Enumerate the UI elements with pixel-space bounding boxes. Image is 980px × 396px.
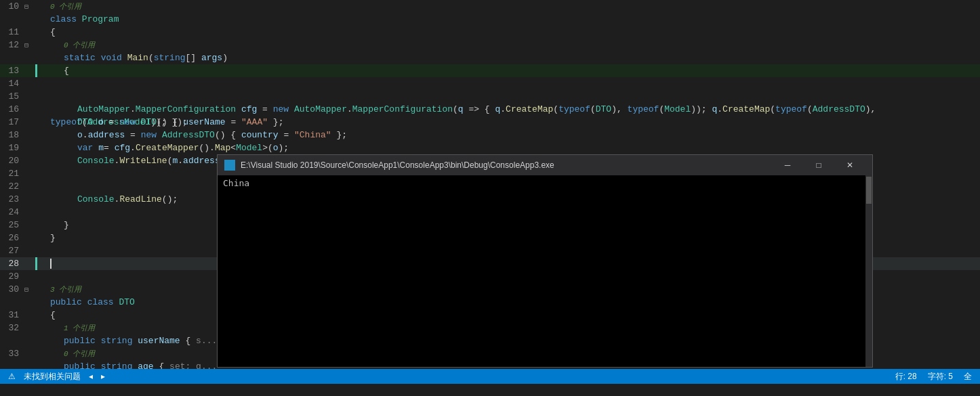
line-number: 26 (0, 232, 24, 244)
line-number: 21 (0, 167, 24, 180)
line-number: 19 (0, 141, 24, 154)
bp-indicator (35, 334, 49, 347)
line-number: 13 (0, 64, 24, 77)
status-full: 全 (961, 371, 975, 382)
fold-gutter (24, 180, 35, 193)
line-number (0, 51, 24, 64)
fold-gutter (24, 154, 35, 167)
keyword: class (50, 14, 77, 24)
code-editor: 10 ⊟ 0 个引用 class Program (0, 0, 980, 369)
console-scrollbar-thumb (866, 177, 872, 204)
fold-gutter (24, 116, 35, 129)
console-scrollbar[interactable] (865, 175, 872, 367)
bp-indicator (35, 90, 49, 103)
fold-gutter (24, 13, 35, 26)
table-row: 19 var m= cfg.CreateMapper().Map<Model>(… (0, 141, 980, 154)
bp-indicator (35, 244, 49, 257)
minimize-button[interactable]: ─ (772, 155, 803, 175)
bp-indicator (35, 206, 49, 219)
fold-gutter (24, 257, 35, 270)
bp-indicator (35, 39, 49, 51)
bp-indicator (35, 257, 49, 270)
fold-gutter[interactable]: ⊟ (24, 0, 35, 13)
bp-indicator (35, 180, 49, 193)
fold-gutter (24, 26, 35, 39)
fold-gutter (24, 90, 35, 103)
line-number: 24 (0, 206, 24, 219)
ref-text: 3 个引用 (50, 286, 81, 294)
bp-indicator (35, 64, 49, 77)
line-number (0, 296, 24, 309)
code-content: var m= cfg.CreateMapper().Map<Model>(o); (49, 141, 980, 154)
line-number: 22 (0, 180, 24, 193)
status-right: 行: 28 字符: 5 全 (893, 371, 975, 382)
bp-indicator (35, 219, 49, 232)
line-number: 15 (0, 90, 24, 103)
status-col: 字符: 5 (925, 371, 956, 382)
line-number: 12 (0, 39, 24, 51)
table-row: static void Main(string[] args) (0, 51, 980, 64)
fold-gutter (24, 334, 35, 347)
bp-indicator (35, 141, 49, 154)
code-content (49, 90, 980, 103)
bp-indicator (35, 167, 49, 180)
cursor (50, 259, 52, 269)
table-row: 14 (0, 77, 980, 90)
bp-indicator (35, 0, 49, 13)
maximize-button[interactable]: □ (803, 155, 834, 175)
line-number: 30 (0, 283, 24, 296)
keyword: string (154, 53, 186, 63)
bp-indicator (35, 283, 49, 296)
status-bar: ⚠ 未找到相关问题 ◂ ▸ 行: 28 字符: 5 全 (0, 369, 980, 384)
fold-gutter (24, 270, 35, 283)
line-number: 10 (0, 0, 24, 13)
table-row: class Program (0, 13, 980, 26)
status-nav-left[interactable]: ◂ (86, 372, 96, 381)
line-number (0, 13, 24, 26)
fold-gutter (24, 167, 35, 180)
fold-gutter (24, 77, 35, 90)
bp-indicator (35, 322, 49, 334)
code-content: o.address = new AddressDTO() { country =… (49, 129, 980, 141)
table-row: 10 ⊟ 0 个引用 (0, 0, 980, 13)
line-number: 27 (0, 244, 24, 257)
line-number: 16 (0, 103, 24, 116)
console-titlebar: E:\Visual Studio 2019\Source\ConsoleApp1… (218, 155, 872, 175)
line-number: 33 (0, 347, 24, 360)
ref-text: 0 个引用 (64, 41, 95, 49)
bp-indicator (35, 103, 49, 116)
fold-gutter (24, 219, 35, 232)
fold-gutter[interactable]: ⊟ (24, 39, 35, 51)
line-number (0, 334, 24, 347)
close-button[interactable]: ✕ (834, 155, 865, 175)
table-row: 15 (0, 90, 980, 103)
line-number: 28 (0, 257, 24, 270)
bp-indicator (35, 347, 49, 360)
bp-indicator (35, 232, 49, 244)
console-window-controls: ─ □ ✕ (772, 155, 865, 175)
console-output: China (218, 175, 865, 367)
table-row: 11 { (0, 26, 980, 39)
status-nav-right[interactable]: ▸ (98, 372, 108, 381)
fold-gutter (24, 232, 35, 244)
status-warning-text: 未找到相关问题 (21, 371, 83, 382)
fold-gutter (24, 347, 35, 360)
keyword: static (64, 53, 96, 63)
table-row: 16 AutoMapper.MapperConfiguration cfg = … (0, 103, 980, 116)
fold-gutter (24, 244, 35, 257)
fold-gutter (24, 360, 35, 369)
fold-gutter (24, 296, 35, 309)
bp-indicator (35, 296, 49, 309)
code-content: AutoMapper.MapperConfiguration cfg = new… (49, 103, 980, 116)
code-content: { (49, 26, 980, 39)
green-bar (35, 257, 37, 270)
ref-text: 1 个引用 (64, 324, 95, 332)
fold-gutter (24, 51, 35, 64)
ref-text: 0 个引用 (50, 3, 81, 11)
line-number: 20 (0, 154, 24, 167)
bp-indicator (35, 116, 49, 129)
fold-gutter (24, 206, 35, 219)
keyword: void (101, 53, 122, 63)
bp-indicator (35, 26, 49, 39)
fold-gutter[interactable]: ⊟ (24, 283, 35, 296)
